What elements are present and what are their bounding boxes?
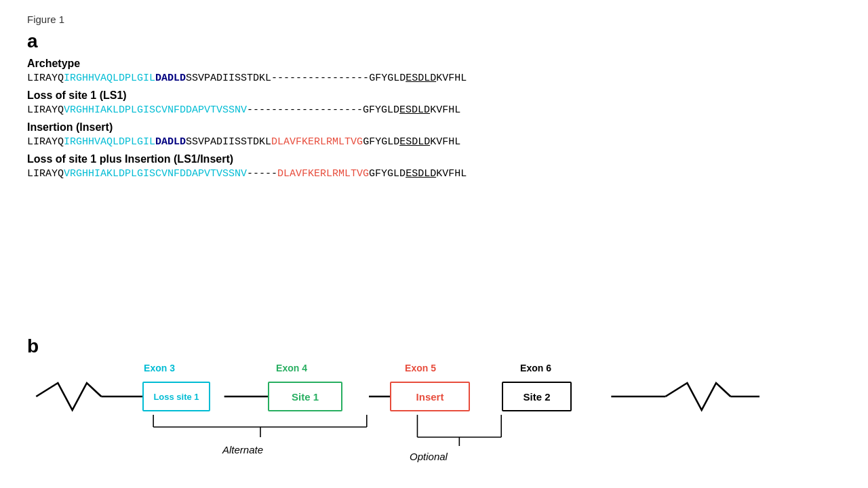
insert-box: Insert bbox=[390, 382, 470, 411]
ls1-label: Loss of site 1 (LS1) bbox=[27, 89, 841, 102]
alternate-label: Alternate bbox=[195, 444, 290, 455]
figure-title: Figure 1 bbox=[27, 14, 841, 25]
exon6-label: Exon 6 bbox=[495, 363, 576, 373]
page-container: Figure 1 a Archetype LIRAYQIRGHHVAQLDPLG… bbox=[0, 0, 868, 195]
loss-site-1-box: Loss site 1 bbox=[142, 382, 210, 411]
exon4-label: Exon 4 bbox=[251, 363, 332, 373]
ls1-sequence: LIRAYQVRGHHIAKLDPLGISCVNFDDAPVTVSSNV----… bbox=[27, 104, 841, 116]
diagram-section: b Exon 3 E bbox=[0, 332, 868, 481]
ls1insert-sequence: LIRAYQVRGHHIAKLDPLGISCVNFDDAPVTVSSNV----… bbox=[27, 168, 841, 180]
insert-sequence: LIRAYQIRGHHVAQLDPLGILDADLDSSVPADIISSTDKL… bbox=[27, 136, 841, 148]
section-a-label: a bbox=[27, 30, 841, 52]
exon3-label: Exon 3 bbox=[119, 363, 200, 373]
archetype-sequence: LIRAYQIRGHHVAQLDPLGILDADLDSSVPADIISSTDKL… bbox=[27, 73, 841, 84]
site-1-box: Site 1 bbox=[268, 382, 342, 411]
exon5-label: Exon 5 bbox=[380, 363, 461, 373]
ls1insert-label: Loss of site 1 plus Insertion (LS1/Inser… bbox=[27, 153, 841, 165]
archetype-label: Archetype bbox=[27, 58, 841, 70]
insert-label: Insertion (Insert) bbox=[27, 121, 841, 134]
site-2-box: Site 2 bbox=[502, 382, 572, 411]
optional-label: Optional bbox=[381, 451, 476, 462]
